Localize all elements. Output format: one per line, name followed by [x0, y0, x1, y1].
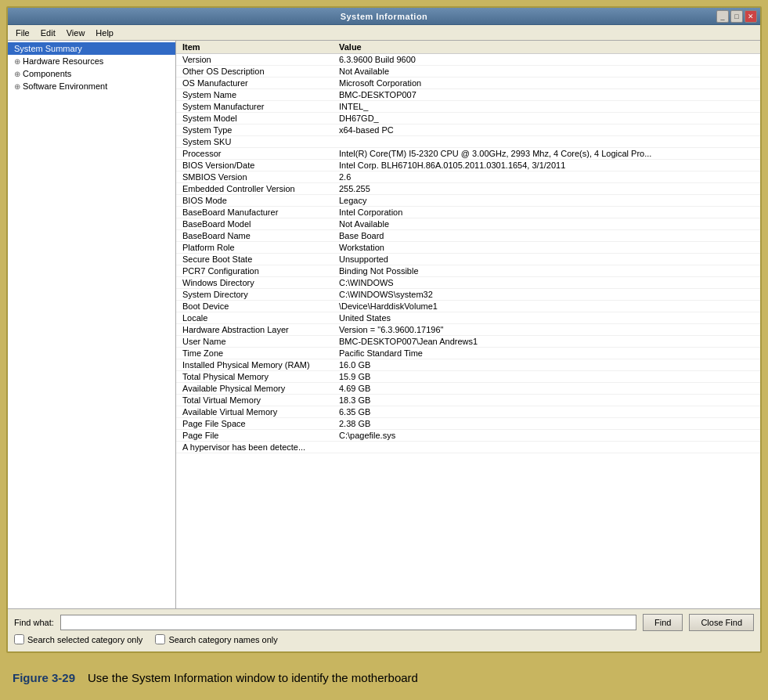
- table-cell-value: Intel Corporation: [333, 207, 760, 218]
- table-row: A hypervisor has been detecte...: [176, 442, 760, 453]
- table-cell-value: 2.38 GB: [333, 418, 760, 430]
- table-cell-item: System Model: [176, 113, 333, 124]
- table-row: BaseBoard ManufacturerIntel Corporation: [176, 207, 760, 218]
- table-cell-value: Binding Not Possible: [333, 265, 760, 277]
- table-row: System ModelDH67GD_: [176, 113, 760, 124]
- table-row: System Typex64-based PC: [176, 124, 760, 136]
- table-cell-value: [333, 442, 760, 453]
- table-cell-value: 18.3 GB: [333, 395, 760, 406]
- table-cell-item: Windows Directory: [176, 277, 333, 289]
- figure-caption: Figure 3-29 Use the System Information w…: [0, 655, 768, 700]
- table-cell-value: Legacy: [333, 195, 760, 207]
- menu-file[interactable]: File: [11, 27, 34, 38]
- table-row: PCR7 ConfigurationBinding Not Possible: [176, 265, 760, 277]
- table-cell-value: Unsupported: [333, 254, 760, 265]
- table-cell-item: A hypervisor has been detecte...: [176, 442, 333, 453]
- table-cell-value: 255.255: [333, 183, 760, 195]
- table-row: Page File Space2.38 GB: [176, 418, 760, 430]
- table-cell-item: Other OS Description: [176, 66, 333, 78]
- title-bar: System Information _ □ ✕: [8, 8, 760, 25]
- table-cell-value: United States: [333, 312, 760, 324]
- table-cell-value: BMC-DESKTOP007: [333, 89, 760, 101]
- close-find-button[interactable]: Close Find: [689, 614, 754, 631]
- table-row: Page FileC:\pagefile.sys: [176, 430, 760, 442]
- table-row: OS ManufacturerMicrosoft Corporation: [176, 78, 760, 89]
- expand-icon-components: ⊕: [14, 70, 20, 78]
- table-cell-value: Pacific Standard Time: [333, 348, 760, 359]
- table-cell-value: 2.6: [333, 171, 760, 183]
- table-row: System ManufacturerINTEL_: [176, 101, 760, 113]
- find-button[interactable]: Find: [643, 614, 683, 631]
- table-cell-value: Workstation: [333, 242, 760, 254]
- figure-label: Figure 3-29: [13, 671, 75, 684]
- table-cell-item: SMBIOS Version: [176, 171, 333, 183]
- table-cell-value: Not Available: [333, 66, 760, 78]
- table-cell-item: BaseBoard Model: [176, 218, 333, 230]
- table-row: BaseBoard ModelNot Available: [176, 218, 760, 230]
- table-row: Time ZonePacific Standard Time: [176, 348, 760, 359]
- table-cell-value: BMC-DESKTOP007\Jean Andrews1: [333, 336, 760, 348]
- table-cell-value: Intel Corp. BLH6710H.86A.0105.2011.0301.…: [333, 160, 760, 171]
- table-cell-value: x64-based PC: [333, 124, 760, 136]
- table-row: ProcessorIntel(R) Core(TM) I5-2320 CPU @…: [176, 148, 760, 160]
- table-row: Total Physical Memory15.9 GB: [176, 371, 760, 383]
- table-cell-value: Not Available: [333, 218, 760, 230]
- table-cell-item: Time Zone: [176, 348, 333, 359]
- find-input[interactable]: [60, 615, 636, 630]
- close-button[interactable]: ✕: [745, 10, 757, 23]
- content-area[interactable]: Item Value Version6.3.9600 Build 9600Oth…: [176, 41, 760, 608]
- sidebar-item-hardware-resources[interactable]: ⊕ Hardware Resources: [8, 55, 175, 67]
- table-row: Platform RoleWorkstation: [176, 242, 760, 254]
- col-header-value: Value: [333, 41, 760, 54]
- search-category-names-checkbox[interactable]: [155, 634, 165, 644]
- table-cell-item: OS Manufacturer: [176, 78, 333, 89]
- table-cell-item: System Manufacturer: [176, 101, 333, 113]
- table-cell-item: System SKU: [176, 136, 333, 148]
- table-cell-value: C:\pagefile.sys: [333, 430, 760, 442]
- app-window: System Information _ □ ✕ File Edit View …: [6, 6, 762, 653]
- menu-edit[interactable]: Edit: [36, 27, 60, 38]
- table-cell-item: User Name: [176, 336, 333, 348]
- sidebar-item-components[interactable]: ⊕ Components: [8, 67, 175, 80]
- table-cell-item: Available Physical Memory: [176, 383, 333, 395]
- table-cell-value: 4.69 GB: [333, 383, 760, 395]
- table-cell-item: System Name: [176, 89, 333, 101]
- table-cell-item: Page File Space: [176, 418, 333, 430]
- table-cell-item: Total Physical Memory: [176, 371, 333, 383]
- table-row: System DirectoryC:\WINDOWS\system32: [176, 289, 760, 301]
- table-cell-value: INTEL_: [333, 101, 760, 113]
- menu-help[interactable]: Help: [91, 27, 118, 38]
- table-cell-item: System Directory: [176, 289, 333, 301]
- table-cell-value: 15.9 GB: [333, 371, 760, 383]
- sidebar-item-system-summary[interactable]: System Summary: [8, 42, 175, 55]
- find-row: Find what: Find Close Find: [14, 614, 754, 631]
- table-cell-item: Embedded Controller Version: [176, 183, 333, 195]
- table-cell-item: Processor: [176, 148, 333, 160]
- table-cell-value: Version = "6.3.9600.17196": [333, 324, 760, 336]
- search-selected-label[interactable]: Search selected category only: [14, 634, 142, 644]
- menu-bar: File Edit View Help: [8, 25, 760, 41]
- table-cell-item: Page File: [176, 430, 333, 442]
- table-row: System SKU: [176, 136, 760, 148]
- sidebar-item-label: Hardware Resources: [23, 56, 103, 66]
- table-row: Hardware Abstraction LayerVersion = "6.3…: [176, 324, 760, 336]
- table-cell-value: C:\WINDOWS: [333, 277, 760, 289]
- sidebar-item-software-environment[interactable]: ⊕ Software Environment: [8, 80, 175, 92]
- minimize-button[interactable]: _: [716, 10, 729, 23]
- sidebar-item-label: System Summary: [14, 44, 82, 53]
- table-row: BIOS Version/DateIntel Corp. BLH6710H.86…: [176, 160, 760, 171]
- table-cell-item: Version: [176, 54, 333, 66]
- table-cell-item: System Type: [176, 124, 333, 136]
- table-row: User NameBMC-DESKTOP007\Jean Andrews1: [176, 336, 760, 348]
- table-cell-item: Locale: [176, 312, 333, 324]
- table-row: Version6.3.9600 Build 9600: [176, 54, 760, 66]
- search-category-names-label[interactable]: Search category names only: [155, 634, 277, 644]
- search-selected-checkbox[interactable]: [14, 634, 24, 644]
- table-row: System NameBMC-DESKTOP007: [176, 89, 760, 101]
- figure-text: Use the System Information window to ide…: [88, 671, 418, 684]
- maximize-button[interactable]: □: [730, 10, 743, 23]
- menu-view[interactable]: View: [62, 27, 90, 38]
- table-cell-item: Installed Physical Memory (RAM): [176, 359, 333, 371]
- main-content: System Summary ⊕ Hardware Resources ⊕ Co…: [8, 41, 760, 608]
- table-row: Boot Device\Device\HarddiskVolume1: [176, 301, 760, 312]
